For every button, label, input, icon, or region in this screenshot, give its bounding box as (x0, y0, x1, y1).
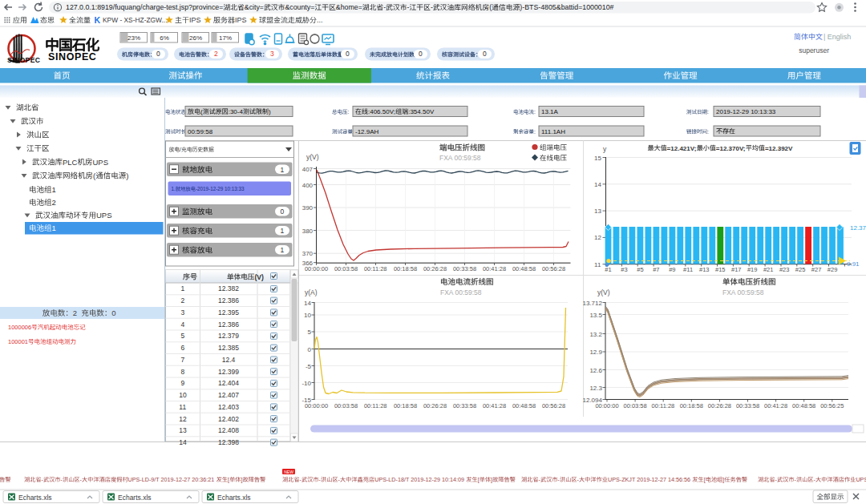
svg-text:13: 13 (179, 426, 187, 434)
svg-text:#19: #19 (747, 266, 758, 273)
svg-text:00:11:28: 00:11:28 (652, 402, 675, 409)
svg-text::30-4: :30-4 (229, 108, 244, 115)
svg-text:00:00:00: 00:00:00 (595, 402, 618, 409)
svg-text:0: 0 (483, 50, 487, 58)
svg-text:#11: #11 (683, 266, 693, 273)
svg-text:12.408: 12.408 (218, 426, 239, 434)
svg-text:10: 10 (179, 391, 187, 399)
svg-text:FXA 00:59:58: FXA 00:59:58 (722, 288, 764, 296)
svg-text:26%: 26% (189, 34, 202, 42)
svg-text:#9: #9 (669, 266, 675, 273)
svg-text:-: - (383, 3, 386, 11)
svg-text:-10: -10 (301, 380, 311, 387)
svg-text:12.382: 12.382 (218, 284, 239, 292)
svg-text:5: 5 (181, 332, 185, 340)
svg-text:&county=: &county= (285, 3, 314, 11)
svg-text:6%: 6% (160, 34, 169, 42)
svg-text:12.404: 12.404 (218, 379, 239, 387)
svg-text::: : (348, 109, 350, 115)
svg-text:UPS: UPS (96, 211, 112, 220)
svg-text:00:56:28: 00:56:28 (542, 402, 565, 409)
svg-text:Echarts.xls: Echarts.xls (118, 494, 152, 502)
svg-text:14: 14 (304, 300, 311, 307)
svg-text:12.398: 12.398 (218, 438, 239, 446)
svg-text:-12.9AH: -12.9AH (355, 128, 379, 135)
svg-text:#25: #25 (795, 266, 806, 273)
svg-text:#15: #15 (715, 266, 726, 273)
svg-text:y(A): y(A) (305, 288, 318, 296)
svg-text:13.712: 13.712 (583, 300, 603, 307)
svg-text:00:41:28: 00:41:28 (483, 402, 506, 409)
svg-text:111.1AH: 111.1AH (541, 128, 565, 135)
svg-text:NEW: NEW (284, 470, 293, 474)
svg-text:12.9: 12.9 (589, 349, 602, 356)
svg-text:11: 11 (594, 261, 601, 268)
svg-text:00:26:28: 00:26:28 (423, 402, 447, 409)
svg-text:&city=: &city= (245, 3, 264, 11)
svg-text:[: [ (228, 476, 229, 483)
svg-text:00:00:00: 00:00:00 (305, 402, 328, 409)
svg-text:...: ... (317, 16, 323, 24)
svg-text:2: 2 (214, 50, 218, 58)
svg-text:23%: 23% (127, 34, 140, 42)
svg-text:12.37: 12.37 (850, 224, 866, 232)
svg-text:-: - (431, 3, 433, 11)
svg-text:UPS: UPS (93, 158, 109, 167)
svg-text:0: 0 (308, 346, 312, 353)
svg-text:[: [ (478, 476, 480, 483)
svg-text:0: 0 (156, 50, 160, 58)
svg-text:UPS-Z: UPS-Z (856, 476, 866, 483)
svg-text:00:26:28: 00:26:28 (423, 265, 447, 272)
svg-text:FXA 00:59:58: FXA 00:59:58 (440, 288, 482, 296)
svg-text:00:48:58: 00:48:58 (512, 402, 536, 409)
svg-text:1: 1 (52, 185, 56, 194)
svg-text:14: 14 (594, 181, 601, 188)
svg-text:12.3: 12.3 (589, 385, 602, 392)
svg-text:[: [ (704, 476, 706, 483)
svg-text:370: 370 (302, 250, 314, 257)
svg-text:00:00:00: 00:00:00 (305, 265, 328, 272)
svg-text:#3: #3 (621, 266, 627, 273)
svg-text:127.0.0.1:8919/fuquang/charge-: 127.0.0.1:8919/fuquang/charge-test.jsp?p… (66, 3, 223, 11)
svg-text:-: - (407, 3, 410, 11)
svg-text:1: 1 (181, 284, 185, 292)
svg-text:14: 14 (179, 438, 187, 446)
svg-text:3: 3 (181, 308, 185, 317)
svg-text:17%: 17% (219, 34, 232, 42)
svg-text:1: 1 (281, 227, 285, 235)
svg-text:00:56:25: 00:56:25 (820, 402, 844, 409)
svg-text:00:48:58: 00:48:58 (792, 402, 815, 409)
svg-text:4: 4 (181, 321, 185, 329)
svg-text:6: 6 (181, 344, 185, 352)
svg-text:KPW - XS-HZ-ZGW...: KPW - XS-HZ-ZGW... (103, 16, 168, 24)
svg-text:2019-12-29 10:13:33: 2019-12-29 10:13:33 (716, 108, 776, 115)
svg-text:12.407: 12.407 (218, 391, 239, 399)
svg-text:00:03:58: 00:03:58 (334, 265, 358, 272)
svg-text:0: 0 (419, 50, 423, 58)
svg-text:12.385: 12.385 (218, 344, 239, 352)
svg-text:12.6: 12.6 (589, 367, 602, 374)
svg-text:0: 0 (346, 50, 350, 58)
svg-text::: : (534, 129, 536, 135)
svg-text:00:59:58: 00:59:58 (188, 128, 213, 135)
svg-text:12.399: 12.399 (218, 368, 239, 376)
svg-text:00:41:28: 00:41:28 (483, 265, 506, 272)
svg-text:=12.421V;: =12.421V; (667, 145, 697, 152)
svg-text:1: 1 (281, 166, 285, 174)
svg-text:12.395: 12.395 (218, 308, 239, 317)
svg-text:12.403: 12.403 (218, 403, 239, 411)
svg-text:UPS-ZKJT 2019-12-27 14:56:56: UPS-ZKJT 2019-12-27 14:56:56 (608, 476, 690, 483)
svg-text:#17: #17 (731, 266, 742, 273)
svg-text::: : (707, 109, 709, 115)
svg-text:00:03:58: 00:03:58 (624, 402, 647, 409)
svg-text:(V): (V) (254, 273, 264, 281)
svg-text:1: 1 (52, 224, 56, 232)
svg-text:IPS: IPS (189, 16, 201, 24)
svg-text:00:18:58: 00:18:58 (394, 265, 417, 272)
svg-text:12.379: 12.379 (218, 332, 239, 340)
svg-text:-2019-12-29 10:13:33: -2019-12-29 10:13:33 (196, 186, 245, 192)
svg-text:]: ] (722, 476, 724, 483)
svg-text:00:33:58: 00:33:58 (453, 265, 476, 272)
svg-text:00:11:28: 00:11:28 (364, 402, 387, 409)
svg-text:Echarts.xls: Echarts.xls (18, 494, 52, 502)
